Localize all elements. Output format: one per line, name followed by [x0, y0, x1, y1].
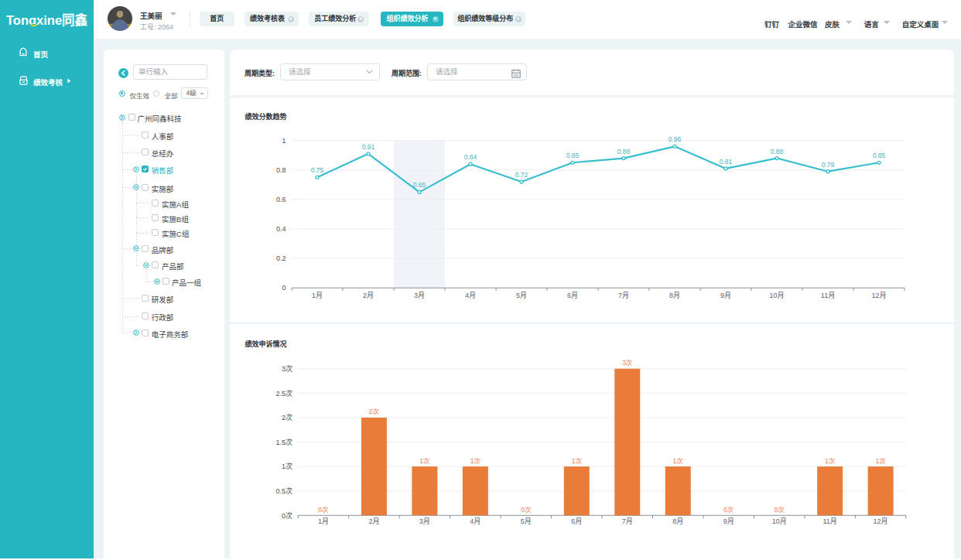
- svg-text:1.5次: 1.5次: [275, 438, 292, 446]
- svg-text:6月: 6月: [567, 292, 578, 299]
- svg-text:0次: 0次: [521, 506, 532, 514]
- svg-text:0次: 0次: [723, 506, 734, 514]
- svg-text:1次: 1次: [282, 462, 292, 470]
- svg-text:7月: 7月: [618, 292, 629, 299]
- svg-text:0.2: 0.2: [276, 254, 286, 262]
- svg-text:1月: 1月: [318, 517, 329, 525]
- svg-text:0.88: 0.88: [771, 148, 784, 155]
- svg-text:7月: 7月: [622, 517, 633, 525]
- svg-text:0.72: 0.72: [515, 171, 528, 179]
- svg-text:2月: 2月: [368, 517, 379, 525]
- svg-text:8月: 8月: [672, 517, 683, 525]
- svg-text:1次: 1次: [825, 457, 836, 465]
- svg-text:0.75: 0.75: [311, 166, 324, 174]
- svg-text:0.85: 0.85: [873, 152, 886, 159]
- svg-text:4月: 4月: [465, 292, 476, 299]
- svg-text:0.65: 0.65: [413, 181, 426, 189]
- svg-text:0.79: 0.79: [822, 161, 835, 169]
- svg-text:3次: 3次: [622, 359, 633, 367]
- svg-text:0.96: 0.96: [669, 135, 682, 143]
- svg-text:5月: 5月: [516, 292, 527, 299]
- svg-text:5月: 5月: [521, 517, 532, 525]
- svg-text:8月: 8月: [669, 292, 680, 299]
- svg-text:3次: 3次: [282, 364, 292, 373]
- svg-text:6月: 6月: [571, 517, 582, 525]
- svg-text:2月: 2月: [363, 292, 374, 299]
- svg-text:12月: 12月: [874, 517, 888, 525]
- svg-text:9月: 9月: [720, 292, 731, 299]
- svg-text:4月: 4月: [470, 517, 480, 525]
- svg-text:1: 1: [282, 137, 286, 145]
- svg-text:10月: 10月: [769, 292, 784, 299]
- svg-text:1次: 1次: [470, 457, 481, 465]
- svg-text:0.84: 0.84: [464, 153, 477, 161]
- svg-text:0.91: 0.91: [362, 143, 375, 151]
- svg-text:1次: 1次: [875, 457, 886, 465]
- svg-text:0: 0: [282, 284, 286, 292]
- svg-text:11月: 11月: [821, 292, 835, 299]
- svg-text:0次: 0次: [775, 506, 785, 514]
- svg-text:0.88: 0.88: [617, 148, 631, 155]
- svg-text:2次: 2次: [369, 408, 380, 415]
- svg-text:12月: 12月: [871, 292, 886, 299]
- svg-text:2次: 2次: [282, 413, 292, 422]
- svg-text:1次: 1次: [419, 457, 430, 465]
- svg-text:2.5次: 2.5次: [275, 389, 292, 398]
- svg-text:10月: 10月: [772, 517, 787, 525]
- svg-text:0.85: 0.85: [566, 152, 580, 159]
- svg-text:1月: 1月: [312, 292, 323, 299]
- svg-text:0.81: 0.81: [720, 158, 733, 166]
- svg-text:0.5次: 0.5次: [275, 487, 292, 495]
- svg-text:3月: 3月: [414, 292, 425, 299]
- svg-text:0.6: 0.6: [276, 196, 286, 203]
- svg-text:0.4: 0.4: [276, 225, 286, 233]
- svg-text:9月: 9月: [723, 517, 734, 525]
- svg-text:3月: 3月: [419, 517, 430, 525]
- svg-text:0次: 0次: [282, 511, 292, 520]
- svg-text:1次: 1次: [572, 457, 583, 465]
- svg-text:1次: 1次: [673, 457, 684, 465]
- svg-text:11月: 11月: [822, 517, 836, 525]
- svg-text:0.8: 0.8: [276, 166, 286, 174]
- svg-text:0次: 0次: [318, 506, 329, 514]
